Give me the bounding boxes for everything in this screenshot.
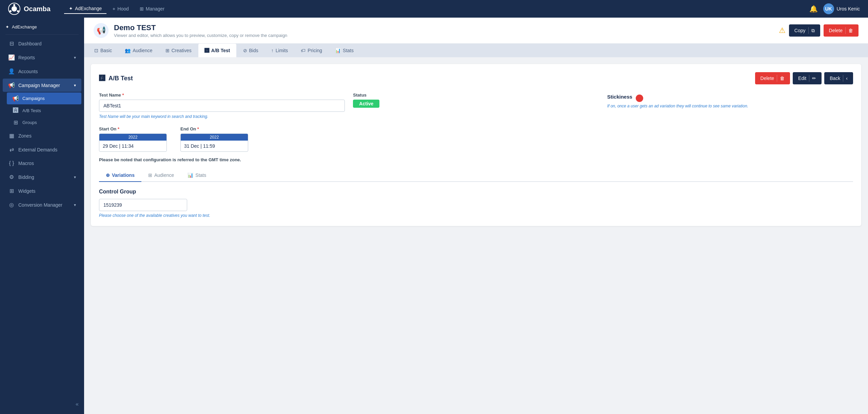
main-content: 🅰 A/B Test Delete 🗑 Edit ✏ (84, 57, 868, 414)
sidebar-item-bidding[interactable]: ⚙ Bidding ▾ (3, 170, 81, 184)
delete-icon: 🗑 (848, 28, 853, 33)
svg-point-1 (12, 6, 17, 12)
stickiness-group-outer: Stickiness If on, once a user gets an ad… (607, 92, 853, 120)
campaigns-icon: 📢 (12, 95, 19, 102)
timezone-note: Please be noted that configuration is re… (99, 157, 853, 162)
status-label: Status (353, 92, 599, 98)
sidebar: ✦ AdExchange ⊟ Dashboard 📈 Reports ▾ 👤 A… (0, 18, 84, 414)
groups-icon: ⊞ (12, 119, 19, 126)
sidebar-item-accounts[interactable]: 👤 Accounts (3, 65, 81, 78)
sidebar-section-label: AdExchange (12, 24, 37, 29)
variations-icon: ⊕ (106, 172, 110, 178)
copy-divider (808, 27, 809, 34)
sidebar-item-macros[interactable]: { } Macros (3, 157, 81, 170)
notifications-icon[interactable]: 🔔 (809, 5, 818, 13)
panel-actions: Delete 🗑 Edit ✏ Back ‹ (755, 72, 853, 84)
zones-icon: ▦ (8, 132, 15, 139)
delete-divider (845, 27, 846, 34)
macros-icon: { } (8, 160, 15, 166)
campaign-delete-button[interactable]: Delete 🗑 (824, 24, 859, 37)
sidebar-item-reports[interactable]: 📈 Reports ▾ (3, 51, 81, 64)
sidebar-item-external-demands[interactable]: ⇄ External Demands (3, 143, 81, 156)
end-date-input[interactable]: 2022 31 Dec | 11:59 (180, 133, 248, 152)
start-date-input[interactable]: 2022 29 Dec | 11:34 (99, 133, 167, 152)
panel-delete-icon: 🗑 (780, 76, 785, 81)
sidebar-divider (5, 34, 79, 35)
conversion-icon: ◎ (8, 202, 15, 208)
stickiness-toggle[interactable] (636, 95, 643, 102)
sidebar-section-adexchange: ✦ AdExchange (0, 22, 84, 32)
sub-tab-stats[interactable]: 📊 Stats (181, 169, 213, 182)
creatives-icon: ⊞ (165, 48, 170, 53)
dates-row: Start On * 2022 29 Dec | 11:34 (99, 126, 853, 152)
avatar: UK (823, 3, 834, 14)
nav-link-adexchange[interactable]: ✦ AdExchange (64, 4, 106, 14)
campaign-icon: 📢 (8, 82, 15, 88)
sidebar-item-widgets[interactable]: ⊞ Widgets (3, 184, 81, 198)
campaign-megaphone-icon: 📢 (94, 23, 108, 38)
widgets-icon: ⊞ (8, 188, 15, 194)
tab-creatives[interactable]: ⊞ Creatives (159, 44, 198, 57)
nav-link-manager[interactable]: ⊞ Manager (135, 4, 169, 14)
start-time: 11:34 (122, 143, 134, 149)
sidebar-item-conversion-manager[interactable]: ◎ Conversion Manager ▾ (3, 198, 81, 211)
tab-pricing[interactable]: 🏷 Pricing (295, 44, 328, 57)
user-name: Uros Kenic (837, 6, 860, 12)
svg-point-3 (17, 10, 19, 12)
campaign-title-area: 📢 Demo TEST Viewer and editor, which all… (94, 23, 287, 38)
manager-icon: ⊞ (140, 6, 144, 12)
control-group-input[interactable] (99, 199, 187, 211)
sub-tab-variations[interactable]: ⊕ Variations (99, 169, 141, 182)
sidebar-item-campaign-manager[interactable]: 📢 Campaign Manager ▾ (3, 79, 81, 92)
tab-audience[interactable]: 👥 Audience (119, 44, 158, 57)
logo[interactable]: Ocamba (8, 3, 51, 15)
tabs-bar: ⊡ Basic 👥 Audience ⊞ Creatives 🅰 A/B Tes… (84, 44, 868, 57)
start-year: 2022 (99, 134, 166, 141)
end-date-row: 31 Dec | 11:59 (181, 141, 248, 151)
panel-back-button[interactable]: Back ‹ (824, 72, 853, 84)
sidebar-item-groups[interactable]: ⊞ Groups (7, 117, 81, 128)
status-group: Status Active (353, 92, 599, 120)
copy-icon: ⧉ (811, 28, 815, 34)
control-group-heading: Control Group (99, 189, 853, 195)
panel-back-divider (843, 75, 843, 82)
stickiness-text: Stickiness (607, 94, 632, 100)
test-name-input[interactable] (99, 100, 345, 112)
tab-bids[interactable]: ⊘ Bids (237, 44, 264, 57)
tab-limits[interactable]: ↑ Limits (265, 44, 294, 57)
start-label: Start On * (99, 126, 167, 131)
stickiness-hint: If on, once a user gets an ad variation … (607, 103, 853, 109)
svg-point-2 (13, 4, 15, 6)
tab-abtest[interactable]: 🅰 A/B Test (198, 44, 236, 57)
panel-header: 🅰 A/B Test Delete 🗑 Edit ✏ (99, 72, 853, 84)
limits-icon: ↑ (271, 48, 274, 53)
tab-basic[interactable]: ⊡ Basic (88, 44, 118, 57)
status-badge: Active (353, 100, 379, 108)
sidebar-item-dashboard[interactable]: ⊟ Dashboard (3, 37, 81, 50)
sidebar-item-zones[interactable]: ▦ Zones (3, 129, 81, 142)
campaign-title: Demo TEST (114, 23, 287, 32)
delete-label: Delete (829, 28, 843, 33)
stats-icon: 📊 (335, 48, 341, 53)
panel-back-icon: ‹ (846, 76, 848, 81)
panel-edit-icon: ✏ (812, 76, 816, 81)
basic-icon: ⊡ (94, 48, 98, 53)
sidebar-collapse-button[interactable]: « (76, 401, 79, 407)
copy-button[interactable]: Copy ⧉ (789, 24, 820, 37)
stickiness-group: Stickiness (607, 94, 853, 102)
panel-title: 🅰 A/B Test (99, 75, 133, 82)
panel-edit-button[interactable]: Edit ✏ (793, 72, 822, 84)
panel-delete-button[interactable]: Delete 🗑 (755, 72, 790, 84)
accounts-icon: 👤 (8, 68, 15, 75)
sub-tab-audience[interactable]: ⊞ Audience (141, 169, 181, 182)
campaign-title-block: Demo TEST Viewer and editor, which allow… (114, 23, 287, 38)
audience-icon: 👥 (125, 48, 131, 53)
nav-link-hood[interactable]: ⌖ Hood (108, 4, 133, 14)
panel-title-icon: 🅰 (99, 75, 105, 82)
sidebar-item-campaigns[interactable]: 📢 Campaigns (7, 92, 81, 104)
top-nav-links: ✦ AdExchange ⌖ Hood ⊞ Manager (64, 4, 809, 14)
tab-stats[interactable]: 📊 Stats (329, 44, 360, 57)
start-date-row: 29 Dec | 11:34 (99, 141, 166, 151)
sidebar-item-ab-tests[interactable]: 🅰 A/B Tests (7, 105, 81, 116)
user-menu[interactable]: UK Uros Kenic (823, 3, 860, 14)
